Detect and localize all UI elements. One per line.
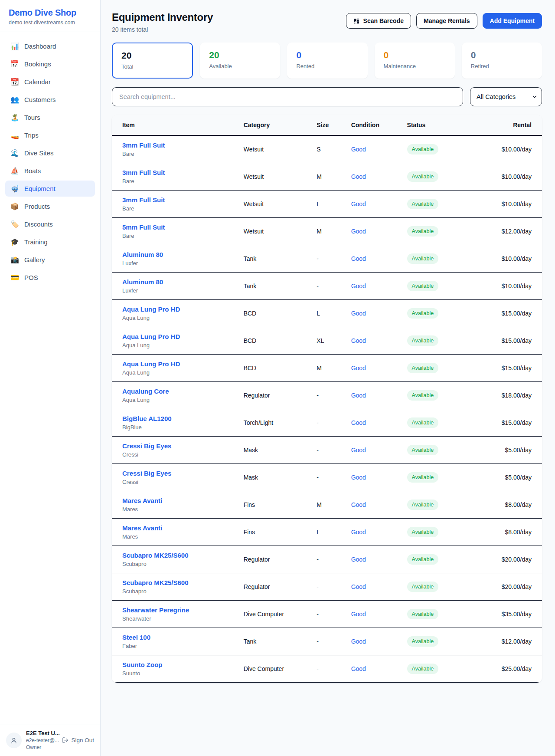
item-name-link[interactable]: Aqualung Core bbox=[122, 388, 230, 395]
item-name-link[interactable]: Mares Avanti bbox=[122, 524, 230, 532]
shop-title[interactable]: Demo Dive Shop bbox=[9, 8, 91, 18]
condition-link[interactable]: Good bbox=[351, 201, 366, 207]
sidebar-item[interactable]: 🤿 Equipment bbox=[5, 181, 95, 197]
item-name-link[interactable]: Scubapro MK25/S600 bbox=[122, 552, 230, 559]
table-row: Steel 100 Faber Tank - Good Available $1… bbox=[112, 628, 542, 655]
category-cell: Fins bbox=[237, 519, 310, 546]
item-name-link[interactable]: 5mm Full Suit bbox=[122, 224, 230, 231]
condition-link[interactable]: Good bbox=[351, 474, 366, 481]
sidebar-item[interactable]: 🏷️ Discounts bbox=[5, 216, 95, 232]
stat-card[interactable]: 0 Maintenance bbox=[375, 43, 455, 79]
sidebar-item[interactable]: 🎓 Training bbox=[5, 234, 95, 250]
condition-link[interactable]: Good bbox=[351, 283, 366, 289]
sidebar-item[interactable]: 🚤 Trips bbox=[5, 127, 95, 143]
item-name-link[interactable]: Aqua Lung Pro HD bbox=[122, 360, 230, 368]
status-badge: Available bbox=[407, 500, 439, 510]
condition-link[interactable]: Good bbox=[351, 228, 366, 235]
sidebar-item[interactable]: 📸 Gallery bbox=[5, 252, 95, 268]
item-name-link[interactable]: Aqua Lung Pro HD bbox=[122, 306, 230, 313]
stat-card[interactable]: 20 Total bbox=[112, 43, 193, 79]
sidebar-item[interactable]: 📦 Products bbox=[5, 198, 95, 214]
condition-link[interactable]: Good bbox=[351, 447, 366, 454]
condition-link[interactable]: Good bbox=[351, 392, 366, 399]
sidebar-item[interactable]: 📅 Bookings bbox=[5, 56, 95, 72]
item-name-link[interactable]: Scubapro MK25/S600 bbox=[122, 579, 230, 586]
sidebar-item-label: Dive Sites bbox=[24, 149, 54, 157]
scan-barcode-button[interactable]: Scan Barcode bbox=[346, 13, 411, 29]
condition-link[interactable]: Good bbox=[351, 146, 366, 153]
col-header-item[interactable]: Item bbox=[112, 115, 237, 135]
stats-row: 20 Total 20 Available 0 Rented 0 Mainten… bbox=[112, 43, 542, 79]
condition-link[interactable]: Good bbox=[351, 337, 366, 344]
item-name-link[interactable]: Mares Avanti bbox=[122, 497, 230, 504]
item-name-link[interactable]: 3mm Full Suit bbox=[122, 169, 230, 176]
item-name-link[interactable]: Shearwater Peregrine bbox=[122, 606, 230, 614]
category-select[interactable]: All Categories bbox=[470, 87, 542, 106]
sidebar-item[interactable]: ⛵ Boats bbox=[5, 163, 95, 179]
col-header-condition[interactable]: Condition bbox=[344, 115, 400, 135]
item-name-link[interactable]: 3mm Full Suit bbox=[122, 196, 230, 204]
col-header-status[interactable]: Status bbox=[400, 115, 482, 135]
table-row: Suunto Zoop Suunto Dive Computer - Good … bbox=[112, 655, 542, 683]
item-cell: Mares Avanti Mares bbox=[112, 519, 237, 546]
stat-card[interactable]: 0 Retired bbox=[462, 43, 542, 79]
condition-link[interactable]: Good bbox=[351, 419, 366, 426]
condition-link[interactable]: Good bbox=[351, 173, 366, 180]
size-cell: - bbox=[310, 245, 344, 273]
item-name-link[interactable]: Aluminum 80 bbox=[122, 278, 230, 286]
search-input[interactable] bbox=[112, 87, 463, 106]
condition-link[interactable]: Good bbox=[351, 310, 366, 317]
item-brand: Mares bbox=[122, 506, 230, 513]
condition-link[interactable]: Good bbox=[351, 583, 366, 590]
condition-link[interactable]: Good bbox=[351, 556, 366, 563]
condition-link[interactable]: Good bbox=[351, 529, 366, 536]
rental-cell: $15.00/day bbox=[482, 300, 542, 327]
item-name-link[interactable]: Cressi Big Eyes bbox=[122, 470, 230, 477]
item-brand: Aqua Lung bbox=[122, 369, 230, 376]
col-header-size[interactable]: Size bbox=[310, 115, 344, 135]
category-cell: Wetsuit bbox=[237, 135, 310, 163]
sidebar-item[interactable]: 🏝️ Tours bbox=[5, 109, 95, 125]
col-header-rental[interactable]: Rental bbox=[482, 115, 542, 135]
item-name-link[interactable]: BigBlue AL1200 bbox=[122, 415, 230, 422]
item-cell: BigBlue AL1200 BigBlue bbox=[112, 409, 237, 437]
nav-emoji-icon: 👥 bbox=[10, 95, 19, 104]
item-brand: Bare bbox=[122, 205, 230, 212]
item-name-link[interactable]: Cressi Big Eyes bbox=[122, 442, 230, 450]
condition-link[interactable]: Good bbox=[351, 611, 366, 618]
status-badge: Available bbox=[407, 582, 439, 592]
header-actions: Scan Barcode Manage Rentals Add Equipmen… bbox=[346, 13, 542, 29]
condition-link[interactable]: Good bbox=[351, 501, 366, 508]
condition-link[interactable]: Good bbox=[351, 365, 366, 371]
col-header-category[interactable]: Category bbox=[237, 115, 310, 135]
status-cell: Available bbox=[400, 135, 482, 163]
item-name-link[interactable]: Aluminum 80 bbox=[122, 251, 230, 258]
item-name-link[interactable]: Steel 100 bbox=[122, 634, 230, 641]
sidebar-item[interactable]: 📆 Calendar bbox=[5, 74, 95, 90]
condition-link[interactable]: Good bbox=[351, 665, 366, 672]
add-equipment-button[interactable]: Add Equipment bbox=[483, 13, 542, 29]
sidebar-item[interactable]: 🌊 Dive Sites bbox=[5, 145, 95, 161]
item-cell: Mares Avanti Mares bbox=[112, 491, 237, 519]
item-name-link[interactable]: Aqua Lung Pro HD bbox=[122, 333, 230, 340]
condition-cell: Good bbox=[344, 655, 400, 683]
status-cell: Available bbox=[400, 655, 482, 683]
condition-link[interactable]: Good bbox=[351, 638, 366, 645]
sidebar-item[interactable]: 💳 POS bbox=[5, 270, 95, 286]
stat-card[interactable]: 0 Rented bbox=[287, 43, 367, 79]
status-badge: Available bbox=[407, 226, 439, 237]
status-badge: Available bbox=[407, 281, 439, 291]
condition-cell: Good bbox=[344, 491, 400, 519]
status-badge: Available bbox=[407, 308, 439, 319]
condition-link[interactable]: Good bbox=[351, 255, 366, 262]
manage-rentals-button[interactable]: Manage Rentals bbox=[416, 13, 477, 29]
item-name-link[interactable]: 3mm Full Suit bbox=[122, 141, 230, 149]
sidebar-item[interactable]: 👥 Customers bbox=[5, 92, 95, 108]
sign-out-button[interactable]: Sign Out bbox=[62, 737, 94, 743]
sidebar-item[interactable]: 📊 Dashboard bbox=[5, 38, 95, 54]
nav-emoji-icon: 📆 bbox=[10, 78, 19, 86]
stat-label: Available bbox=[209, 63, 271, 69]
equipment-table-card: Item Category Size Condition Status Rent… bbox=[112, 115, 542, 683]
stat-card[interactable]: 20 Available bbox=[200, 43, 280, 79]
item-name-link[interactable]: Suunto Zoop bbox=[122, 661, 230, 668]
